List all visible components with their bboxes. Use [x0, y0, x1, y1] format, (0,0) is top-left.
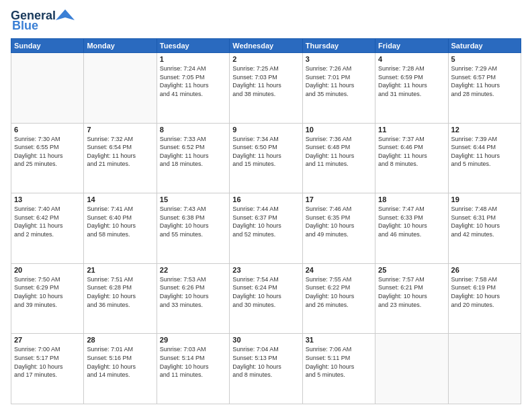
day-detail: Sunrise: 7:26 AMSunset: 7:01 PMDaylight:…	[306, 64, 372, 98]
calendar-cell: 30Sunrise: 7:04 AMSunset: 5:13 PMDayligh…	[230, 334, 302, 404]
calendar-cell: 3Sunrise: 7:26 AMSunset: 7:01 PMDaylight…	[302, 53, 375, 124]
day-detail: Sunrise: 7:34 AMSunset: 6:50 PMDaylight:…	[232, 135, 299, 169]
day-detail: Sunrise: 7:28 AMSunset: 6:59 PMDaylight:…	[378, 64, 445, 98]
calendar-cell	[11, 53, 84, 124]
calendar-cell: 27Sunrise: 7:00 AMSunset: 5:17 PMDayligh…	[11, 334, 84, 404]
day-detail: Sunrise: 7:25 AMSunset: 7:03 PMDaylight:…	[232, 64, 299, 98]
calendar-cell: 6Sunrise: 7:30 AMSunset: 6:55 PMDaylight…	[11, 123, 84, 193]
day-number: 7	[87, 126, 153, 134]
day-detail: Sunrise: 7:06 AMSunset: 5:11 PMDaylight:…	[306, 345, 372, 379]
day-number: 24	[306, 266, 372, 274]
week-row-3: 13Sunrise: 7:40 AMSunset: 6:42 PMDayligh…	[11, 193, 521, 264]
day-detail: Sunrise: 7:51 AMSunset: 6:28 PMDaylight:…	[87, 275, 153, 309]
day-detail: Sunrise: 7:47 AMSunset: 6:33 PMDaylight:…	[378, 205, 445, 238]
calendar-cell: 7Sunrise: 7:32 AMSunset: 6:54 PMDaylight…	[84, 123, 157, 193]
day-number: 22	[160, 266, 226, 274]
weekday-header-friday: Friday	[375, 39, 448, 53]
day-number: 10	[306, 126, 372, 134]
day-number: 19	[451, 195, 518, 203]
day-detail: Sunrise: 7:00 AMSunset: 5:17 PMDaylight:…	[14, 345, 81, 379]
logo-bird-icon	[56, 8, 75, 23]
weekday-header-row: SundayMondayTuesdayWednesdayThursdayFrid…	[11, 39, 521, 53]
day-detail: Sunrise: 7:01 AMSunset: 5:16 PMDaylight:…	[87, 345, 153, 379]
page: General Blue SundayMondayTuesdayWednesda…	[0, 0, 532, 411]
day-detail: Sunrise: 7:03 AMSunset: 5:14 PMDaylight:…	[160, 345, 226, 379]
day-number: 6	[14, 126, 81, 134]
calendar-cell	[84, 53, 157, 124]
day-number: 28	[87, 336, 153, 344]
calendar-cell: 12Sunrise: 7:39 AMSunset: 6:44 PMDayligh…	[448, 123, 521, 193]
calendar-cell: 20Sunrise: 7:50 AMSunset: 6:29 PMDayligh…	[11, 263, 84, 334]
logo-blue: Blue	[12, 19, 38, 33]
day-detail: Sunrise: 7:30 AMSunset: 6:55 PMDaylight:…	[14, 135, 81, 169]
week-row-4: 20Sunrise: 7:50 AMSunset: 6:29 PMDayligh…	[11, 263, 521, 334]
day-number: 27	[14, 336, 81, 344]
calendar-cell: 17Sunrise: 7:46 AMSunset: 6:35 PMDayligh…	[302, 193, 375, 264]
calendar-cell: 21Sunrise: 7:51 AMSunset: 6:28 PMDayligh…	[84, 263, 157, 334]
weekday-header-sunday: Sunday	[11, 39, 84, 53]
day-detail: Sunrise: 7:04 AMSunset: 5:13 PMDaylight:…	[232, 345, 299, 379]
day-detail: Sunrise: 7:44 AMSunset: 6:37 PMDaylight:…	[232, 205, 299, 238]
week-row-2: 6Sunrise: 7:30 AMSunset: 6:55 PMDaylight…	[11, 123, 521, 193]
day-detail: Sunrise: 7:32 AMSunset: 6:54 PMDaylight:…	[87, 135, 153, 169]
calendar-cell: 29Sunrise: 7:03 AMSunset: 5:14 PMDayligh…	[157, 334, 229, 404]
day-number: 30	[232, 336, 299, 344]
calendar-cell: 18Sunrise: 7:47 AMSunset: 6:33 PMDayligh…	[375, 193, 448, 264]
calendar-cell: 11Sunrise: 7:37 AMSunset: 6:46 PMDayligh…	[375, 123, 448, 193]
day-detail: Sunrise: 7:39 AMSunset: 6:44 PMDaylight:…	[451, 135, 518, 169]
day-detail: Sunrise: 7:57 AMSunset: 6:21 PMDaylight:…	[378, 275, 445, 309]
calendar-cell	[448, 334, 521, 404]
day-number: 26	[451, 266, 518, 274]
day-detail: Sunrise: 7:36 AMSunset: 6:48 PMDaylight:…	[306, 135, 372, 169]
day-number: 11	[378, 126, 445, 134]
calendar-cell: 19Sunrise: 7:48 AMSunset: 6:31 PMDayligh…	[448, 193, 521, 264]
day-number: 17	[306, 195, 372, 203]
day-number: 29	[160, 336, 226, 344]
weekday-header-thursday: Thursday	[302, 39, 375, 53]
calendar-cell	[375, 334, 448, 404]
calendar-cell: 28Sunrise: 7:01 AMSunset: 5:16 PMDayligh…	[84, 334, 157, 404]
calendar-cell: 15Sunrise: 7:43 AMSunset: 6:38 PMDayligh…	[157, 193, 229, 264]
calendar-cell: 10Sunrise: 7:36 AMSunset: 6:48 PMDayligh…	[302, 123, 375, 193]
day-detail: Sunrise: 7:29 AMSunset: 6:57 PMDaylight:…	[451, 64, 518, 98]
day-detail: Sunrise: 7:48 AMSunset: 6:31 PMDaylight:…	[451, 205, 518, 238]
day-number: 21	[87, 266, 153, 274]
calendar-cell: 26Sunrise: 7:58 AMSunset: 6:19 PMDayligh…	[448, 263, 521, 334]
day-number: 5	[451, 55, 518, 63]
day-detail: Sunrise: 7:40 AMSunset: 6:42 PMDaylight:…	[14, 205, 81, 238]
day-detail: Sunrise: 7:55 AMSunset: 6:22 PMDaylight:…	[306, 275, 372, 309]
weekday-header-monday: Monday	[84, 39, 157, 53]
calendar-cell: 14Sunrise: 7:41 AMSunset: 6:40 PMDayligh…	[84, 193, 157, 264]
calendar-cell: 9Sunrise: 7:34 AMSunset: 6:50 PMDaylight…	[230, 123, 302, 193]
day-detail: Sunrise: 7:54 AMSunset: 6:24 PMDaylight:…	[232, 275, 299, 309]
calendar-cell: 24Sunrise: 7:55 AMSunset: 6:22 PMDayligh…	[302, 263, 375, 334]
calendar-cell: 22Sunrise: 7:53 AMSunset: 6:26 PMDayligh…	[157, 263, 229, 334]
week-row-1: 1Sunrise: 7:24 AMSunset: 7:05 PMDaylight…	[11, 53, 521, 124]
day-detail: Sunrise: 7:46 AMSunset: 6:35 PMDaylight:…	[306, 205, 372, 238]
day-number: 8	[160, 126, 226, 134]
day-detail: Sunrise: 7:24 AMSunset: 7:05 PMDaylight:…	[160, 64, 226, 98]
day-number: 20	[14, 266, 81, 274]
day-detail: Sunrise: 7:37 AMSunset: 6:46 PMDaylight:…	[378, 135, 445, 169]
day-number: 18	[378, 195, 445, 203]
calendar-cell: 25Sunrise: 7:57 AMSunset: 6:21 PMDayligh…	[375, 263, 448, 334]
day-number: 2	[232, 55, 299, 63]
calendar-cell: 23Sunrise: 7:54 AMSunset: 6:24 PMDayligh…	[230, 263, 302, 334]
weekday-header-tuesday: Tuesday	[157, 39, 229, 53]
calendar-table: SundayMondayTuesdayWednesdayThursdayFrid…	[11, 38, 521, 404]
day-number: 9	[232, 126, 299, 134]
day-number: 16	[232, 195, 299, 203]
calendar-cell: 13Sunrise: 7:40 AMSunset: 6:42 PMDayligh…	[11, 193, 84, 264]
day-detail: Sunrise: 7:53 AMSunset: 6:26 PMDaylight:…	[160, 275, 226, 309]
calendar-cell: 2Sunrise: 7:25 AMSunset: 7:03 PMDaylight…	[230, 53, 302, 124]
svg-marker-0	[56, 9, 75, 20]
day-number: 23	[232, 266, 299, 274]
day-number: 31	[306, 336, 372, 344]
day-number: 4	[378, 55, 445, 63]
day-detail: Sunrise: 7:50 AMSunset: 6:29 PMDaylight:…	[14, 275, 81, 309]
day-number: 12	[451, 126, 518, 134]
day-number: 15	[160, 195, 226, 203]
day-number: 1	[160, 55, 226, 63]
day-detail: Sunrise: 7:58 AMSunset: 6:19 PMDaylight:…	[451, 275, 518, 309]
calendar-cell: 8Sunrise: 7:33 AMSunset: 6:52 PMDaylight…	[157, 123, 229, 193]
